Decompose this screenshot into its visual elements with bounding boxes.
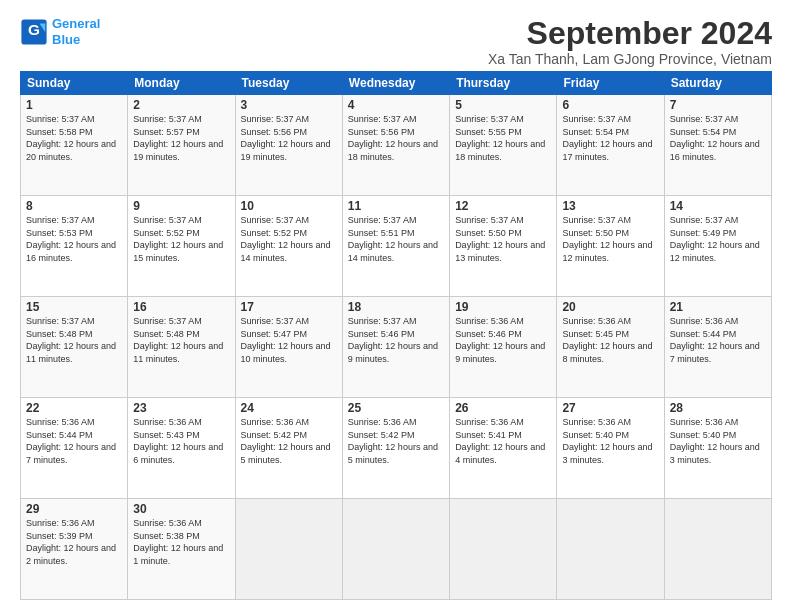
day-info: Sunrise: 5:37 AM Sunset: 5:50 PM Dayligh… [562, 214, 658, 264]
daylight-label: Daylight: 12 hours and 12 minutes. [562, 240, 652, 263]
table-row: 19 Sunrise: 5:36 AM Sunset: 5:46 PM Dayl… [450, 297, 557, 398]
daylight-label: Daylight: 12 hours and 11 minutes. [26, 341, 116, 364]
day-number: 4 [348, 98, 444, 112]
sunrise-label: Sunrise: 5:37 AM [26, 316, 95, 326]
logo: G General Blue [20, 16, 100, 47]
sunrise-label: Sunrise: 5:36 AM [562, 417, 631, 427]
day-number: 28 [670, 401, 766, 415]
table-row: 8 Sunrise: 5:37 AM Sunset: 5:53 PM Dayli… [21, 196, 128, 297]
sunset-label: Sunset: 5:39 PM [26, 531, 93, 541]
sunrise-label: Sunrise: 5:36 AM [670, 417, 739, 427]
daylight-label: Daylight: 12 hours and 5 minutes. [241, 442, 331, 465]
day-info: Sunrise: 5:36 AM Sunset: 5:44 PM Dayligh… [670, 315, 766, 365]
sunset-label: Sunset: 5:48 PM [26, 329, 93, 339]
table-row: 12 Sunrise: 5:37 AM Sunset: 5:50 PM Dayl… [450, 196, 557, 297]
daylight-label: Daylight: 12 hours and 16 minutes. [26, 240, 116, 263]
sunset-label: Sunset: 5:55 PM [455, 127, 522, 137]
sunrise-label: Sunrise: 5:37 AM [26, 215, 95, 225]
day-number: 15 [26, 300, 122, 314]
day-number: 24 [241, 401, 337, 415]
sunrise-label: Sunrise: 5:37 AM [241, 114, 310, 124]
daylight-label: Daylight: 12 hours and 9 minutes. [348, 341, 438, 364]
day-info: Sunrise: 5:36 AM Sunset: 5:45 PM Dayligh… [562, 315, 658, 365]
sunrise-label: Sunrise: 5:37 AM [133, 114, 202, 124]
day-info: Sunrise: 5:36 AM Sunset: 5:39 PM Dayligh… [26, 517, 122, 567]
day-number: 17 [241, 300, 337, 314]
day-number: 3 [241, 98, 337, 112]
day-number: 2 [133, 98, 229, 112]
sunrise-label: Sunrise: 5:37 AM [670, 215, 739, 225]
day-info: Sunrise: 5:37 AM Sunset: 5:49 PM Dayligh… [670, 214, 766, 264]
month-title: September 2024 [488, 16, 772, 51]
sunset-label: Sunset: 5:50 PM [562, 228, 629, 238]
sunset-label: Sunset: 5:52 PM [133, 228, 200, 238]
daylight-label: Daylight: 12 hours and 2 minutes. [26, 543, 116, 566]
daylight-label: Daylight: 12 hours and 1 minute. [133, 543, 223, 566]
calendar-week-row: 8 Sunrise: 5:37 AM Sunset: 5:53 PM Dayli… [21, 196, 772, 297]
day-info: Sunrise: 5:36 AM Sunset: 5:43 PM Dayligh… [133, 416, 229, 466]
table-row: 16 Sunrise: 5:37 AM Sunset: 5:48 PM Dayl… [128, 297, 235, 398]
day-number: 5 [455, 98, 551, 112]
sunset-label: Sunset: 5:54 PM [670, 127, 737, 137]
table-row: 4 Sunrise: 5:37 AM Sunset: 5:56 PM Dayli… [342, 95, 449, 196]
sunrise-label: Sunrise: 5:37 AM [133, 316, 202, 326]
day-info: Sunrise: 5:36 AM Sunset: 5:42 PM Dayligh… [348, 416, 444, 466]
sunrise-label: Sunrise: 5:37 AM [241, 316, 310, 326]
table-row: 3 Sunrise: 5:37 AM Sunset: 5:56 PM Dayli… [235, 95, 342, 196]
sunrise-label: Sunrise: 5:36 AM [26, 518, 95, 528]
day-info: Sunrise: 5:37 AM Sunset: 5:50 PM Dayligh… [455, 214, 551, 264]
day-info: Sunrise: 5:36 AM Sunset: 5:41 PM Dayligh… [455, 416, 551, 466]
day-number: 11 [348, 199, 444, 213]
sunrise-label: Sunrise: 5:36 AM [133, 417, 202, 427]
table-row: 24 Sunrise: 5:36 AM Sunset: 5:42 PM Dayl… [235, 398, 342, 499]
calendar-week-row: 22 Sunrise: 5:36 AM Sunset: 5:44 PM Dayl… [21, 398, 772, 499]
sunrise-label: Sunrise: 5:36 AM [670, 316, 739, 326]
daylight-label: Daylight: 12 hours and 7 minutes. [670, 341, 760, 364]
day-info: Sunrise: 5:36 AM Sunset: 5:40 PM Dayligh… [562, 416, 658, 466]
col-friday: Friday [557, 72, 664, 95]
daylight-label: Daylight: 12 hours and 16 minutes. [670, 139, 760, 162]
day-number: 27 [562, 401, 658, 415]
sunrise-label: Sunrise: 5:37 AM [562, 114, 631, 124]
daylight-label: Daylight: 12 hours and 3 minutes. [670, 442, 760, 465]
col-sunday: Sunday [21, 72, 128, 95]
daylight-label: Daylight: 12 hours and 14 minutes. [241, 240, 331, 263]
logo-icon: G [20, 18, 48, 46]
sunrise-label: Sunrise: 5:37 AM [241, 215, 310, 225]
sunrise-label: Sunrise: 5:37 AM [26, 114, 95, 124]
table-row: 25 Sunrise: 5:36 AM Sunset: 5:42 PM Dayl… [342, 398, 449, 499]
daylight-label: Daylight: 12 hours and 3 minutes. [562, 442, 652, 465]
sunrise-label: Sunrise: 5:37 AM [348, 215, 417, 225]
sunset-label: Sunset: 5:42 PM [241, 430, 308, 440]
day-info: Sunrise: 5:37 AM Sunset: 5:47 PM Dayligh… [241, 315, 337, 365]
sunset-label: Sunset: 5:40 PM [562, 430, 629, 440]
sunset-label: Sunset: 5:38 PM [133, 531, 200, 541]
table-row: 21 Sunrise: 5:36 AM Sunset: 5:44 PM Dayl… [664, 297, 771, 398]
sunrise-label: Sunrise: 5:37 AM [670, 114, 739, 124]
day-number: 9 [133, 199, 229, 213]
day-info: Sunrise: 5:36 AM Sunset: 5:38 PM Dayligh… [133, 517, 229, 567]
title-block: September 2024 Xa Tan Thanh, Lam GJong P… [488, 16, 772, 67]
page: G General Blue September 2024 Xa Tan Tha… [0, 0, 792, 612]
day-number: 30 [133, 502, 229, 516]
sunrise-label: Sunrise: 5:36 AM [348, 417, 417, 427]
day-number: 1 [26, 98, 122, 112]
calendar-week-row: 1 Sunrise: 5:37 AM Sunset: 5:58 PM Dayli… [21, 95, 772, 196]
sunset-label: Sunset: 5:53 PM [26, 228, 93, 238]
daylight-label: Daylight: 12 hours and 13 minutes. [455, 240, 545, 263]
table-row: 15 Sunrise: 5:37 AM Sunset: 5:48 PM Dayl… [21, 297, 128, 398]
daylight-label: Daylight: 12 hours and 18 minutes. [455, 139, 545, 162]
table-row: 29 Sunrise: 5:36 AM Sunset: 5:39 PM Dayl… [21, 499, 128, 600]
day-info: Sunrise: 5:37 AM Sunset: 5:58 PM Dayligh… [26, 113, 122, 163]
sunset-label: Sunset: 5:56 PM [241, 127, 308, 137]
calendar-week-row: 29 Sunrise: 5:36 AM Sunset: 5:39 PM Dayl… [21, 499, 772, 600]
sunset-label: Sunset: 5:47 PM [241, 329, 308, 339]
col-wednesday: Wednesday [342, 72, 449, 95]
table-row: 9 Sunrise: 5:37 AM Sunset: 5:52 PM Dayli… [128, 196, 235, 297]
svg-text:G: G [28, 20, 40, 37]
table-row [664, 499, 771, 600]
sunset-label: Sunset: 5:57 PM [133, 127, 200, 137]
sunset-label: Sunset: 5:41 PM [455, 430, 522, 440]
sunset-label: Sunset: 5:46 PM [455, 329, 522, 339]
sunset-label: Sunset: 5:45 PM [562, 329, 629, 339]
